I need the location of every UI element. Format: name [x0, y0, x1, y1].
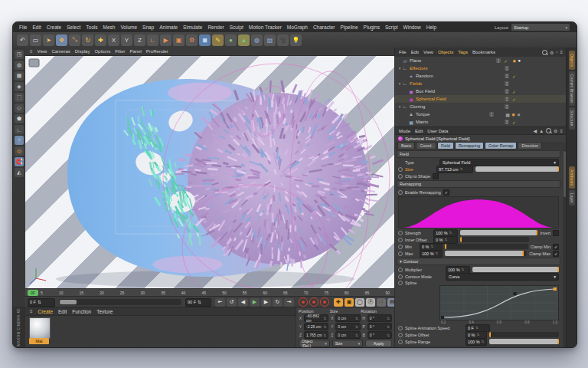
panel-icon[interactable]: ≡	[30, 49, 33, 54]
spline-editor[interactable]: 0.20.40.60.81.0	[439, 285, 559, 324]
enabled-check-icon[interactable]: ✓	[511, 74, 517, 79]
spline-range-field[interactable]: 100 %⇅	[466, 338, 487, 346]
viewport-menu-item[interactable]: Cameras	[51, 49, 70, 54]
object-row[interactable]: ▾ ∟ Fields	[395, 80, 567, 87]
record-button[interactable]	[299, 297, 308, 307]
position-field[interactable]: -60.882 cm⇅	[304, 314, 328, 322]
transport-button[interactable]: ▶	[261, 298, 271, 307]
mode-icon[interactable]: ⬟	[15, 114, 24, 123]
material-menu-item[interactable]: Create	[38, 309, 54, 314]
minimize-icon[interactable]: ▫	[556, 50, 557, 54]
enabled-check-icon[interactable]: ✓	[503, 58, 508, 64]
keyframe-dot[interactable]	[398, 326, 403, 330]
rotation-field[interactable]: 0 °⇅	[368, 323, 392, 330]
keyframe-dot[interactable]	[398, 268, 403, 272]
invert-checkbox[interactable]	[553, 230, 559, 236]
size-field[interactable]: 97.713 cm⇅	[436, 166, 473, 173]
mode-icon[interactable]: ∟	[15, 125, 24, 134]
menu-item[interactable]: Animate	[159, 25, 178, 30]
enabled-check-icon[interactable]: ✓	[511, 97, 517, 102]
key-record-button[interactable]: ▣	[345, 298, 354, 307]
visibility-dots[interactable]	[505, 89, 509, 94]
object-label[interactable]: Plane	[410, 58, 421, 63]
timeline-playhead[interactable]: 0F	[28, 290, 38, 296]
attribute-tab[interactable]: Direction	[518, 142, 542, 150]
visibility-dots[interactable]	[489, 112, 494, 117]
toolbar-icon[interactable]: 🎥	[277, 34, 289, 46]
up-arrow-icon[interactable]: ▲	[539, 129, 544, 133]
viewport-menu-item[interactable]: Panel	[129, 49, 141, 54]
mode-icon[interactable]: ◍	[15, 61, 24, 70]
gear-icon[interactable]: ⚙	[550, 50, 554, 55]
toolbar-icon[interactable]: ⚙	[186, 34, 198, 46]
transport-button[interactable]: ⇥	[284, 298, 294, 307]
object-row[interactable]: ▱ Plane ✓ ✹●	[395, 57, 567, 64]
remapping-section-header[interactable]: Remapping	[397, 180, 560, 188]
menu-item[interactable]: Help	[426, 25, 436, 30]
object-label[interactable]: Box Field	[416, 89, 435, 94]
keyframe-dot[interactable]	[398, 251, 403, 256]
material-menu-item[interactable]: Texture	[96, 309, 113, 314]
keyframe-dot[interactable]	[398, 333, 403, 337]
viewport-menu-item[interactable]: View	[38, 49, 47, 54]
object-row[interactable]: ▲ Torque ▦✹✕	[395, 110, 567, 118]
panel-icon[interactable]: ≡	[30, 309, 33, 314]
toolbar-icon[interactable]: ∟	[147, 34, 158, 46]
mode-icon[interactable]: ▦	[15, 71, 24, 80]
record-button[interactable]	[309, 297, 318, 307]
toolbar-icon[interactable]: ▣	[173, 34, 185, 46]
visibility-dots[interactable]	[505, 97, 509, 101]
keyframe-dot[interactable]	[398, 167, 403, 172]
viewport-menu-item[interactable]: Filter	[115, 49, 125, 54]
enable-remapping-checkbox[interactable]: ✓	[443, 189, 449, 196]
toolbar-icon[interactable]: 💡	[290, 34, 302, 46]
material-menu-item[interactable]: Function	[72, 309, 91, 314]
om-menu-item[interactable]: Edit	[411, 50, 419, 54]
toolbar-icon[interactable]: ↻	[82, 34, 93, 46]
object-label[interactable]: Spherical Field	[416, 97, 446, 101]
mode-icon[interactable]: ◈	[15, 82, 24, 91]
inner-offset-slider[interactable]	[460, 237, 529, 242]
size-field[interactable]: 0 cm⇅	[335, 323, 360, 330]
layout-dropdown[interactable]: Startup▾	[511, 23, 570, 31]
toolbar-icon[interactable]: Z	[134, 34, 145, 46]
menu-item[interactable]: Window	[403, 25, 421, 30]
object-tag-icon[interactable]: ▦	[505, 112, 510, 117]
field-section-header[interactable]: Field	[397, 150, 560, 158]
menu-item[interactable]: Render	[207, 25, 224, 30]
back-arrow-icon[interactable]: ◀	[534, 128, 537, 133]
transport-button[interactable]: ↻	[273, 298, 283, 307]
viewport-menu-item[interactable]: Options	[94, 49, 110, 54]
clip-checkbox[interactable]	[433, 173, 439, 179]
strength-slider[interactable]	[460, 230, 537, 235]
viewport-menu-item[interactable]: ProRender	[146, 49, 168, 54]
am-menu-item[interactable]: User Data	[427, 129, 448, 133]
spline-range-slider[interactable]	[489, 339, 559, 344]
mode-icon[interactable]: ◎	[15, 146, 24, 156]
position-field[interactable]: 1.765 cm⇅	[304, 331, 328, 339]
object-row[interactable]: ▣ Box Field ✓	[395, 87, 567, 95]
viewport-menu-item[interactable]: Display	[75, 49, 90, 54]
side-tab[interactable]: Attributes	[569, 166, 575, 189]
menu-item[interactable]: Motion Tracker	[249, 25, 282, 30]
rotation-field[interactable]: 0 °⇅	[368, 331, 392, 339]
keyframe-dot[interactable]	[398, 274, 403, 279]
gear-icon[interactable]: ⚙	[554, 128, 557, 133]
toolbar-icon[interactable]: X	[108, 34, 119, 46]
attribute-tab[interactable]: Remapping	[455, 142, 484, 150]
clamp-max-checkbox[interactable]: ✓	[553, 251, 559, 257]
stepper-icon[interactable]: ⇅	[38, 300, 41, 304]
color-remap-section-header[interactable]: Color Remap	[397, 346, 560, 348]
key-record-button[interactable]: ✚	[334, 298, 343, 307]
object-tag-icon[interactable]: ✹	[512, 58, 516, 64]
coord-size-dropdown[interactable]: Size▾	[332, 340, 364, 347]
toolbar-icon[interactable]: ◼	[199, 34, 211, 46]
toolbar-icon[interactable]: ●	[225, 34, 237, 46]
object-tag-icon[interactable]: ✹	[511, 112, 515, 117]
transport-button[interactable]: ↺	[227, 298, 237, 307]
keyframe-dot[interactable]	[398, 231, 403, 235]
visibility-dots[interactable]	[505, 74, 509, 78]
attribute-tab[interactable]: Basic	[397, 142, 415, 150]
toolbar-icon[interactable]: ▶	[160, 34, 172, 46]
mode-icon[interactable]: ⬚	[15, 93, 24, 102]
